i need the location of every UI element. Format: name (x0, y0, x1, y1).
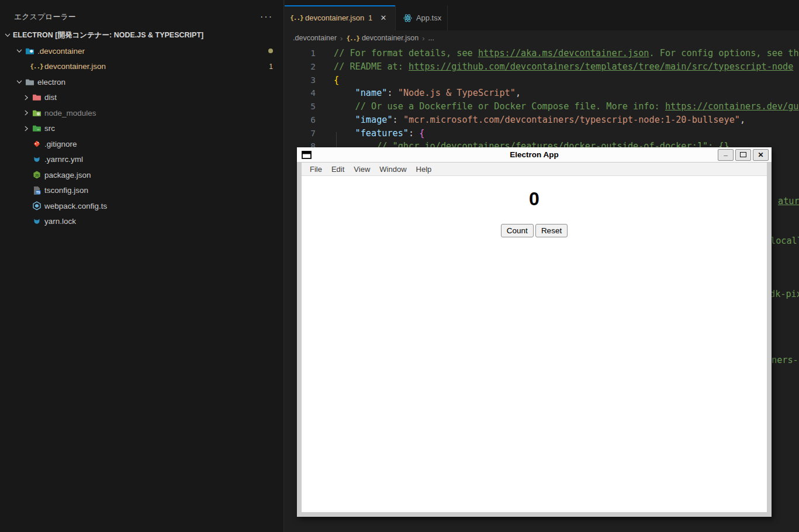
tree-item-yarn-lock[interactable]: yarn.lock (0, 214, 283, 230)
tree-item-dist[interactable]: dist (0, 90, 283, 106)
code-editor[interactable]: 1// For format details, see https://aka.… (285, 46, 799, 153)
chevron-spacer (21, 170, 32, 179)
token: . For config options, see th (649, 48, 799, 58)
token: "Node.js & TypeScript" (398, 88, 516, 98)
tab-label: devcontainer.json (305, 13, 364, 22)
chevron-right-icon (21, 124, 32, 133)
token: : (387, 88, 397, 98)
menu-file[interactable]: File (305, 164, 327, 175)
folder-src-icon: ‹› (32, 124, 41, 133)
menu-help[interactable]: Help (411, 164, 437, 175)
line-text: // For format details, see https://aka.m… (316, 47, 799, 60)
tab-close-icon[interactable]: ✕ (378, 12, 389, 24)
webpack-icon (32, 201, 41, 210)
electron-app-window[interactable]: Electron App _ ✕ FileEditViewWindowHelp … (297, 147, 772, 517)
code-line-3: 3{ (285, 74, 799, 87)
tree-item--yarnrc-yml[interactable]: .yarnrc.yml (0, 152, 283, 168)
app-content: 0 CountReset (302, 188, 767, 237)
comment-link[interactable]: https://containers.dev/gu (665, 101, 799, 112)
counter-buttons: CountReset (302, 224, 767, 237)
svg-text:TS: TS (36, 191, 40, 194)
json-icon: {..} (32, 62, 41, 71)
chevron-down-icon (14, 46, 25, 56)
chevron-right-icon (21, 108, 32, 118)
breadcrumb-symbol[interactable]: ... (428, 34, 434, 42)
code-line-7: 7 "features": { (285, 127, 799, 140)
explorer-sidebar: エクスプローラー ··· ELECTRON [開発コンテナー: NODE.JS … (0, 0, 284, 532)
tree-item-src[interactable]: ‹›src (0, 121, 283, 137)
chevron-right-icon (21, 93, 32, 102)
chevron-spacer (21, 201, 32, 210)
react-icon (403, 13, 413, 23)
line-text: // README at: https://github.com/devcont… (316, 60, 793, 74)
folder-icon (25, 77, 34, 87)
token (334, 128, 355, 139)
app-menu-bar: FileEditViewWindowHelp (302, 163, 767, 176)
breadcrumb-separator: › (422, 34, 424, 43)
svg-text:‹›: ‹› (37, 127, 39, 131)
tree-item-label: dist (44, 93, 57, 102)
tree-item-label: node_modules (44, 109, 96, 118)
line-text: "name": "Node.js & TypeScript", (316, 87, 521, 100)
chevron-spacer (21, 186, 32, 195)
more-actions-icon[interactable]: ··· (260, 14, 273, 20)
chevron-down-icon (14, 77, 25, 87)
modified-dot-badge (268, 49, 273, 53)
tree-item-label: src (44, 124, 55, 133)
token: , (516, 88, 521, 98)
tab-app-tsx[interactable]: App.tsx (396, 5, 448, 30)
token: "name" (355, 88, 388, 98)
tree-item-node-modules[interactable]: node_modules (0, 105, 283, 121)
tree-item-tsconfig-json[interactable]: TStsconfig.json (0, 183, 283, 199)
line-text: // Or use a Dockerfile or Docker Compose… (316, 100, 799, 113)
close-button[interactable]: ✕ (753, 149, 769, 161)
tree-item-label: webpack.config.ts (44, 202, 107, 210)
window-body: FileEditViewWindowHelp 0 CountReset (297, 163, 772, 517)
tree-item-label: devcontainer.json (44, 62, 106, 71)
reset-button[interactable]: Reset (535, 224, 568, 237)
breadcrumb-file[interactable]: devcontainer.json (362, 34, 418, 42)
git-icon (32, 139, 41, 148)
code-line-2: 2// README at: https://github.com/devcon… (285, 60, 799, 74)
code-line-6: 6 "image": "mcr.microsoft.com/devcontain… (285, 113, 799, 127)
tab-git-badge: 1 (368, 14, 372, 22)
line-number: 3 (285, 74, 316, 87)
token: "mcr.microsoft.com/devcontainers/typescr… (403, 115, 740, 125)
window-titlebar[interactable]: Electron App _ ✕ (297, 147, 772, 163)
maximize-button[interactable] (735, 149, 751, 161)
yarn-icon (32, 155, 41, 164)
tree-item-webpack-config-ts[interactable]: webpack.config.ts (0, 198, 283, 214)
tree-item-electron[interactable]: electron (0, 74, 283, 90)
code-line-5: 5 // Or use a Dockerfile or Docker Compo… (285, 100, 799, 113)
comment-link[interactable]: https://aka.ms/devcontainer.json (478, 48, 649, 58)
minimize-button[interactable]: _ (718, 149, 734, 161)
breadcrumb-folder[interactable]: .devcontainer (293, 34, 337, 42)
count-button[interactable]: Count (501, 224, 534, 237)
chevron-spacer (21, 155, 32, 164)
tree-item-package-json[interactable]: JSpackage.json (0, 167, 283, 183)
svg-text:JS: JS (34, 174, 39, 177)
token (334, 115, 355, 125)
tree-item--devcontainer[interactable]: .devcontainer (0, 43, 283, 59)
token: { (334, 75, 339, 85)
explorer-title: エクスプローラー (14, 12, 76, 22)
menu-edit[interactable]: Edit (327, 164, 349, 175)
line-number: 1 (285, 47, 316, 60)
menu-view[interactable]: View (349, 164, 375, 175)
tree-item-label: tsconfig.json (44, 186, 88, 195)
token: : (393, 115, 403, 125)
line-number: 5 (285, 100, 316, 113)
tree-item--gitignore[interactable]: .gitignore (0, 136, 283, 152)
folder-node-icon (32, 108, 41, 118)
breadcrumb: .devcontainer › {..} devcontainer.json ›… (285, 30, 799, 46)
clipped-code-fragment: ners-r (772, 354, 799, 367)
workspace-section-header[interactable]: ELECTRON [開発コンテナー: NODE.JS & TYPESCRIPT] (0, 27, 283, 43)
breadcrumb-separator: › (340, 34, 343, 43)
chevron-spacer (21, 139, 32, 148)
tab-label: App.tsx (416, 13, 441, 22)
tree-item-devcontainer-json[interactable]: {..}devcontainer.json1 (0, 59, 283, 75)
comment-link[interactable]: https://github.com/devcontainers/templat… (409, 61, 793, 72)
menu-window[interactable]: Window (375, 164, 411, 175)
tab-devcontainer-json[interactable]: {..}devcontainer.json1✕ (285, 5, 396, 30)
token: , (740, 115, 745, 125)
